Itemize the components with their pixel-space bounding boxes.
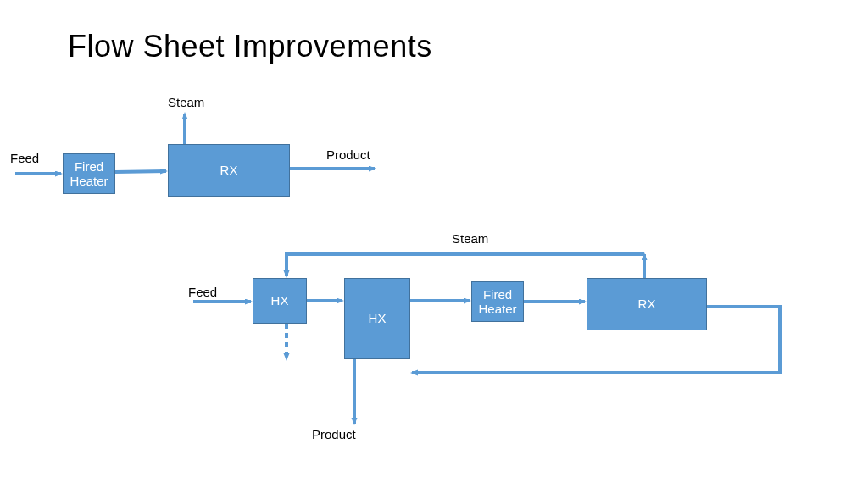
box-hx1: HX — [253, 278, 307, 324]
label-feed-bottom: Feed — [188, 285, 217, 299]
box-rx-top: RX — [168, 144, 290, 197]
slide: { "title": "Flow Sheet Improvements", "t… — [0, 0, 868, 488]
box-hx2: HX — [344, 278, 410, 359]
arrows-layer — [0, 0, 868, 488]
label-steam-bottom: Steam — [452, 231, 488, 246]
arrow-steam-to-hx1 — [287, 254, 644, 276]
label-steam-top: Steam — [168, 95, 204, 109]
label-product-bottom: Product — [312, 427, 356, 441]
label-product-top: Product — [326, 147, 370, 162]
page-title: Flow Sheet Improvements — [68, 29, 432, 64]
box-rx-bottom: RX — [587, 278, 707, 330]
box-fired-heater-bottom: Fired Heater — [471, 281, 524, 322]
label-feed-top: Feed — [10, 151, 39, 165]
box-fired-heater-top: Fired Heater — [63, 153, 115, 194]
arrow-heater-to-rx-top — [115, 171, 166, 172]
